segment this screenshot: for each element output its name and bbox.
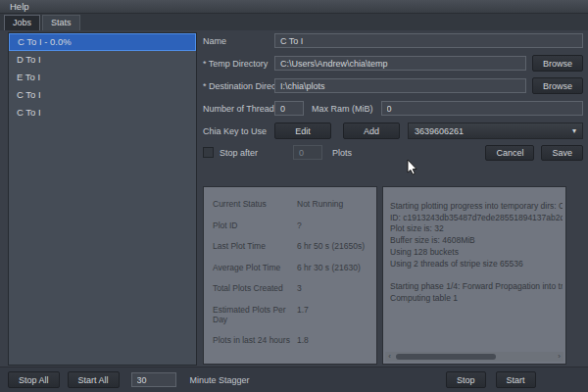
menu-bar: Help — [0, 0, 588, 14]
minute-stagger-input[interactable] — [131, 372, 176, 387]
status-label: Estimated Plots Per Day — [213, 305, 297, 324]
job-list-item[interactable]: C To I — [9, 86, 196, 104]
status-value: Not Running — [297, 199, 343, 209]
form-row-threads: Number of Threads Max Ram (MiB) — [203, 100, 583, 117]
tab-bar: Jobs Stats — [0, 14, 588, 30]
browse-dest-button[interactable]: Browse — [532, 77, 583, 94]
threads-input[interactable] — [274, 101, 304, 116]
scroll-right-icon[interactable]: › — [555, 352, 564, 362]
status-label: Current Status — [213, 199, 297, 209]
log-line: Buffer size is: 4608MiB — [390, 235, 563, 247]
chevron-down-icon: ▾ — [572, 126, 576, 135]
destination-directory-input[interactable] — [274, 78, 526, 93]
job-list-item[interactable]: E To I — [9, 69, 196, 86]
minute-stagger-label: Minute Stagger — [190, 375, 250, 385]
status-row: Last Plot Time 6 hr 50 s (21650s) — [213, 241, 368, 251]
status-label: Average Plot Time — [213, 263, 297, 272]
log-line — [390, 270, 563, 281]
main-content: C To I - 0.0% D To I E To I C To I C To … — [0, 30, 588, 367]
edit-key-button[interactable]: Edit — [274, 122, 331, 139]
form-row-name: Name — [203, 32, 583, 49]
threads-label: Number of Threads — [203, 104, 274, 114]
stop-after-label: Stop after — [220, 148, 258, 158]
job-form: Name * Temp Directory Browse * Destinati… — [203, 32, 583, 185]
job-list-item[interactable]: D To I — [9, 51, 196, 69]
scrollbar-track[interactable] — [394, 353, 555, 361]
name-label: Name — [203, 36, 274, 46]
chia-key-label: Chia Key to Use — [203, 126, 274, 136]
chia-key-selected-value: 3639606261 — [415, 126, 464, 136]
status-row: Current Status Not Running — [213, 199, 368, 209]
scroll-left-icon[interactable]: ‹ — [385, 352, 394, 362]
job-list-item[interactable]: C To I - 0.0% — [9, 33, 196, 51]
bottom-bar: Stop All Start All Minute Stagger Stop S… — [0, 367, 588, 392]
form-row-temp-dir: * Temp Directory Browse — [203, 55, 583, 72]
log-horizontal-scrollbar[interactable]: ‹ › — [385, 352, 564, 362]
status-value: 1.7 — [297, 305, 309, 324]
tab-stats[interactable]: Stats — [42, 15, 80, 30]
max-ram-label: Max Ram (MiB) — [312, 104, 373, 114]
tab-jobs[interactable]: Jobs — [4, 15, 40, 30]
plots-label: Plots — [332, 148, 352, 158]
status-row: Total Plots Created 3 — [213, 283, 368, 293]
form-row-dest-dir: * Destination Directory Browse — [203, 77, 583, 94]
status-row: Plot ID ? — [213, 220, 368, 230]
status-value: 1.8 — [297, 335, 309, 345]
log-panel[interactable]: Starting plotting progress into temporar… — [382, 186, 566, 365]
status-value: 6 hr 30 s (21630) — [297, 263, 361, 272]
job-list: C To I - 0.0% D To I E To I C To I C To … — [8, 32, 197, 366]
start-button[interactable]: Start — [496, 371, 536, 388]
log-line: Starting plotting progress into temporar… — [390, 201, 563, 213]
start-all-button[interactable]: Start All — [68, 371, 120, 388]
name-input[interactable] — [274, 33, 583, 48]
status-value: 3 — [297, 283, 302, 293]
log-line: Plot size is: 32 — [390, 223, 563, 235]
destination-directory-label: * Destination Directory — [203, 81, 274, 91]
cancel-button[interactable]: Cancel — [485, 145, 534, 161]
temp-directory-label: * Temp Directory — [203, 59, 274, 69]
browse-temp-button[interactable]: Browse — [532, 55, 583, 72]
status-panel: Current Status Not Running Plot ID ? Las… — [203, 186, 377, 365]
job-control-buttons: Stop Start — [446, 371, 536, 388]
log-line: Using 128 buckets — [390, 247, 563, 259]
stop-all-button[interactable]: Stop All — [8, 371, 60, 388]
status-value: 6 hr 50 s (21650s) — [297, 241, 365, 251]
stop-after-checkbox[interactable] — [203, 147, 214, 158]
log-line: ID: c1913243db35487d7ede28551894137ab2d0… — [390, 213, 563, 224]
chia-key-dropdown[interactable]: 3639606261 ▾ — [408, 122, 583, 139]
status-label: Last Plot Time — [213, 241, 297, 251]
max-ram-input[interactable] — [381, 101, 584, 116]
add-key-button[interactable]: Add — [343, 122, 400, 139]
form-row-chia-key: Chia Key to Use Edit Add 3639606261 ▾ — [203, 122, 583, 139]
save-button[interactable]: Save — [541, 145, 583, 161]
status-label: Plot ID — [213, 220, 297, 230]
scrollbar-thumb[interactable] — [396, 354, 496, 360]
status-value: ? — [297, 220, 302, 230]
form-row-stop-after: Stop after Plots Cancel Save — [203, 144, 583, 161]
status-label: Total Plots Created — [213, 283, 297, 293]
stop-after-count-input[interactable] — [293, 145, 322, 160]
status-row: Estimated Plots Per Day 1.7 — [213, 305, 368, 324]
log-line: Starting phase 1/4: Forward Propagation … — [390, 281, 563, 293]
menu-help[interactable]: Help — [0, 1, 39, 12]
log-line: Using 2 threads of stripe size 65536 — [390, 259, 563, 270]
job-list-item[interactable]: C To I — [9, 104, 196, 122]
log-line: Computing table 1 — [390, 293, 563, 305]
status-label: Plots in last 24 hours — [213, 335, 297, 345]
status-row: Plots in last 24 hours 1.8 — [213, 335, 368, 345]
temp-directory-input[interactable] — [274, 56, 526, 71]
stop-button[interactable]: Stop — [446, 371, 486, 388]
status-row: Average Plot Time 6 hr 30 s (21630) — [213, 263, 368, 272]
